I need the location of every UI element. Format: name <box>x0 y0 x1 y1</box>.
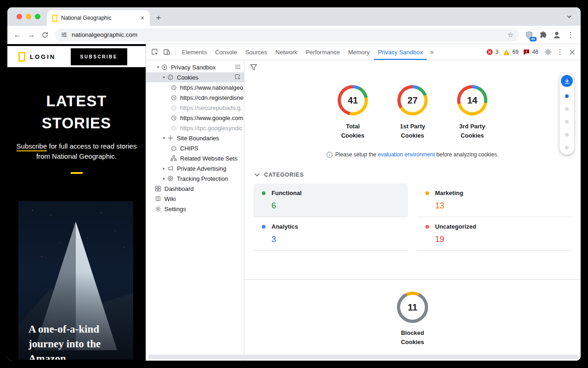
extensions-puzzle-icon[interactable] <box>537 29 549 41</box>
section-dot-5[interactable] <box>565 146 569 150</box>
first-party-cookies-stat: 27 1st Party Cookies <box>396 85 430 140</box>
gear-icon <box>154 205 162 213</box>
tab-title: National Geographic <box>61 15 135 21</box>
forward-button[interactable]: → <box>25 29 38 41</box>
privacy-sandbox-icon <box>161 63 168 71</box>
browser-menu-icon[interactable]: ⋮ <box>564 29 577 41</box>
categories-header[interactable]: CATEGORIES <box>254 172 581 178</box>
tab-close-icon[interactable]: ✕ <box>139 14 146 22</box>
section-dot-4[interactable] <box>565 133 569 137</box>
devtools-body: ▾ Privacy Sandbox ▾ <box>146 60 581 361</box>
clock-icon <box>170 124 177 132</box>
category-card-marketing[interactable]: Marketing 13 <box>417 184 571 217</box>
browser-toolbar: ← → nationalgeographic.com ☆ 41 ⋮ <box>7 26 581 44</box>
tree-item-dashboard[interactable]: Dashboard <box>146 184 244 194</box>
login-link[interactable]: LOGIN <box>30 53 56 60</box>
marketing-count: 13 <box>435 201 571 211</box>
uncategorized-count: 19 <box>435 235 571 244</box>
browser-window: National Geographic ✕ + ← → nationalgeog… <box>7 7 581 361</box>
uncategorized-dot <box>425 225 429 229</box>
donut-first-party-cookies: 27 <box>397 85 428 115</box>
tab-privacy-sandbox[interactable]: Privacy Sandbox <box>374 44 427 60</box>
first-party-cookies-value: 27 <box>407 95 418 106</box>
tree-item-chips[interactable]: CHIPS <box>146 143 244 153</box>
more-tabs-icon[interactable]: » <box>427 48 437 56</box>
tab-memory[interactable]: Memory <box>344 44 374 60</box>
url-text[interactable]: nationalgeographic.com <box>72 31 503 38</box>
inspect-cookies-icon[interactable] <box>234 74 241 80</box>
tree-item-site-boundaries[interactable]: ▾ Site Boundaries <box>146 133 244 143</box>
evaluation-environment-link[interactable]: evaluation environment <box>378 151 435 158</box>
devtools-panel: Elements Console Sources Network Perform… <box>146 44 581 361</box>
section-dot-1[interactable] <box>565 94 569 98</box>
back-button[interactable]: ← <box>11 29 24 41</box>
subscribe-button[interactable]: SUBSCRIBE <box>71 48 127 65</box>
total-cookies-label: Total Cookies <box>337 122 369 140</box>
section-dot-2[interactable] <box>565 107 569 111</box>
tree-item-url-registerdisney[interactable]: https://cdn.registerdisne <box>146 92 244 103</box>
book-icon <box>154 195 162 202</box>
devtools-menu-icon[interactable]: ⋮ <box>554 46 566 58</box>
horizontal-scrollbar[interactable] <box>148 355 579 359</box>
tab-network[interactable]: Network <box>271 44 302 60</box>
tree-item-url-nationalgeographic[interactable]: https://www.nationalgeo <box>146 82 244 92</box>
warning-icon[interactable] <box>502 46 510 58</box>
address-bar[interactable]: nationalgeographic.com ☆ <box>55 29 519 41</box>
tab-console[interactable]: Console <box>211 44 241 60</box>
tree-item-private-advertising[interactable]: ▸ Private Advertising <box>146 163 244 173</box>
yellow-divider <box>71 172 83 174</box>
tree-item-privacy-sandbox[interactable]: ▾ Privacy Sandbox <box>146 62 244 72</box>
section-dot-3[interactable] <box>565 120 569 124</box>
tree-item-related-website-sets[interactable]: Related Website Sets <box>146 153 244 163</box>
reload-button[interactable] <box>39 29 51 41</box>
category-card-uncategorized[interactable]: Uncategorized 19 <box>417 217 571 251</box>
bookmark-star-icon[interactable]: ☆ <box>508 31 514 39</box>
subscribe-inline-link[interactable]: Subscribe <box>17 142 47 151</box>
tab-performance[interactable]: Performance <box>301 44 344 60</box>
hero-photo[interactable]: A one-of-a-kind journey into the Amazon <box>18 201 133 360</box>
minimize-window-button[interactable] <box>26 14 31 19</box>
error-icon[interactable] <box>486 46 494 58</box>
tree-item-tracking-protection[interactable]: ▸ Tracking Protection <box>146 173 244 184</box>
category-card-functional[interactable]: Functional 6 <box>254 184 408 217</box>
tree-item-settings[interactable]: Settings <box>146 204 244 214</box>
device-toolbar-icon[interactable] <box>161 46 173 58</box>
dashboard-grid-icon <box>154 185 162 192</box>
filter-icon[interactable] <box>250 64 257 71</box>
devtools-close-icon[interactable] <box>566 46 578 58</box>
close-window-button[interactable] <box>17 14 22 19</box>
devtools-toolbar: Elements Console Sources Network Perform… <box>146 44 581 60</box>
donut-third-party-cookies: 14 <box>457 85 487 115</box>
category-card-analytics[interactable]: Analytics 3 <box>254 217 408 251</box>
browser-tab[interactable]: National Geographic ✕ <box>47 10 150 26</box>
download-report-button[interactable] <box>561 75 573 87</box>
profile-avatar[interactable] <box>550 29 563 41</box>
cookies-summary: 41 Total Cookies 27 1st Party Cookies <box>244 60 581 140</box>
webpage-viewport: LOGIN SUBSCRIBE LATEST STORIES Subscribe… <box>7 44 146 361</box>
donut-total-cookies: 41 <box>338 85 368 115</box>
natgeo-logo-icon[interactable] <box>18 52 25 62</box>
error-count[interactable]: 3 <box>496 49 499 55</box>
page-headline: LATEST STORIES <box>7 90 146 134</box>
tree-item-cookies[interactable]: ▾ Cookies <box>146 72 244 82</box>
warning-count[interactable]: 69 <box>512 49 518 55</box>
tree-item-wiki[interactable]: Wiki <box>146 194 244 204</box>
site-settings-icon[interactable] <box>61 31 68 38</box>
tab-elements[interactable]: Elements <box>178 44 211 60</box>
issues-icon[interactable] <box>522 46 531 58</box>
info-icon: i <box>327 152 333 158</box>
maximize-window-button[interactable] <box>35 14 40 19</box>
sidebar-toggle-icon[interactable] <box>234 63 241 70</box>
tree-item-url-google[interactable]: https://www.google.com <box>146 113 244 123</box>
tab-search-chevron-icon[interactable] <box>565 12 573 21</box>
cookie-icon <box>167 74 174 81</box>
tree-item-url-googlesyndication[interactable]: https://tpc.googlesyndic <box>146 123 244 133</box>
new-tab-button[interactable]: + <box>153 12 164 24</box>
tree-item-url-securepubads[interactable]: https://securepubads.g. <box>146 103 244 113</box>
issues-count[interactable]: 46 <box>532 49 538 55</box>
extension-icon[interactable]: 41 <box>523 29 536 41</box>
devtools-settings-icon[interactable] <box>542 46 554 58</box>
tab-sources[interactable]: Sources <box>241 44 271 60</box>
clock-icon <box>170 104 177 111</box>
inspect-element-icon[interactable] <box>149 46 161 58</box>
